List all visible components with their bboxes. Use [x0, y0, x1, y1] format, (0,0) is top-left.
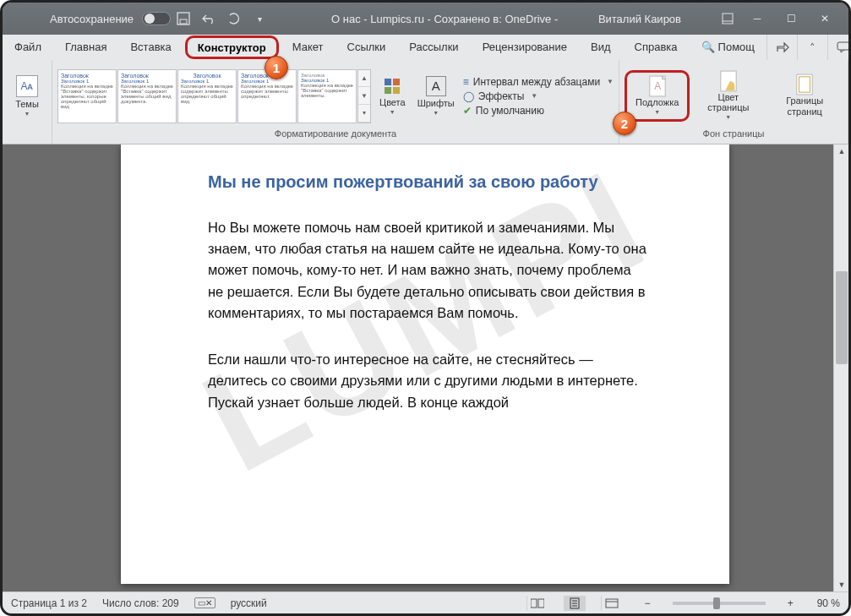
set-default-label: По умолчанию	[476, 105, 544, 117]
style-thumb[interactable]: ЗаголовокЗаголовок 1Коллекция на вкладке…	[117, 69, 177, 123]
style-thumb[interactable]: ЗаголовокЗаголовок 1Коллекция на вкладке…	[177, 69, 237, 123]
page-color-button[interactable]: Цвет страницы ▼	[695, 70, 761, 122]
themes-button[interactable]: Aᴀ Темы ▼	[8, 74, 46, 118]
autosave-toggle[interactable]	[142, 12, 171, 25]
collapse-ribbon-button[interactable]: ˄	[797, 35, 827, 60]
page-borders-button[interactable]: Границы страниц	[766, 74, 843, 117]
paragraph-spacing-button[interactable]: ≡Интервал между абзацами▼	[463, 76, 614, 88]
tab-design[interactable]: Конструктор	[185, 35, 279, 59]
style-thumb[interactable]: ЗаголовокЗаголовок 1Коллекция на вкладке…	[57, 69, 117, 123]
redo-icon[interactable]	[226, 11, 242, 26]
watermark-icon: A	[648, 77, 667, 95]
print-layout-button[interactable]	[564, 596, 586, 611]
tab-review[interactable]: Рецензирование	[471, 35, 579, 60]
scroll-down-icon[interactable]: ▼	[834, 578, 848, 591]
page-indicator[interactable]: Страница 1 из 2	[11, 597, 87, 609]
ribbon: Aᴀ Темы ▼ ЗаголовокЗаголовок 1Коллекция …	[3, 60, 848, 144]
tab-references[interactable]: Ссылки	[335, 35, 398, 60]
page-borders-label: Границы страниц	[770, 95, 839, 116]
svg-rect-2	[723, 14, 733, 24]
chevron-down-icon: ▼	[654, 109, 660, 115]
themes-label: Темы	[15, 99, 39, 109]
ribbon-tabs: Файл Главная Вставка Конструктор Макет С…	[3, 35, 848, 60]
tab-insert[interactable]: Вставка	[118, 35, 183, 60]
svg-rect-3	[837, 42, 849, 50]
callout-2: 2	[613, 112, 636, 135]
fonts-button[interactable]: A Шрифты ▼	[414, 74, 458, 117]
svg-rect-13	[531, 599, 537, 608]
qat-dropdown-icon[interactable]: ▾	[252, 11, 267, 26]
web-layout-button[interactable]	[601, 596, 623, 611]
tellme-label: Помощ	[718, 41, 755, 53]
effects-button[interactable]: ◯Эффекты▼	[463, 90, 614, 102]
effects-icon: ◯	[463, 90, 474, 102]
zoom-in-button[interactable]: +	[788, 597, 794, 609]
fonts-label: Шрифты	[417, 98, 455, 108]
user-name[interactable]: Виталий Каиров	[598, 13, 681, 25]
search-icon: 🔍	[701, 41, 715, 53]
chevron-down-icon: ▼	[531, 92, 537, 100]
undo-icon[interactable]	[201, 11, 216, 26]
maximize-button[interactable]: ☐	[774, 3, 808, 35]
tab-mailings[interactable]: Рассылки	[397, 35, 470, 60]
group-page-bg-label: Фон страницы	[625, 128, 843, 142]
set-default-button[interactable]: ✔По умолчанию	[463, 105, 614, 117]
style-gallery[interactable]: ЗаголовокЗаголовок 1Коллекция на вкладке…	[57, 69, 371, 123]
titlebar: Автосохранение ▾ О нас - Lumpics.ru - Со…	[3, 3, 848, 35]
colors-label: Цвета	[379, 97, 406, 107]
page-borders-icon	[795, 75, 814, 94]
close-button[interactable]: ✕	[808, 3, 842, 35]
zoom-out-button[interactable]: −	[645, 597, 651, 609]
word-count[interactable]: Число слов: 209	[102, 597, 179, 609]
proofing-icon[interactable]: ▭✕	[194, 597, 215, 608]
gallery-scroll[interactable]: ▲▼▾	[357, 69, 371, 123]
watermark-highlight: A Подложка ▼	[625, 70, 690, 122]
fonts-icon: A	[426, 76, 446, 96]
doc-heading: Мы не просим пожертвований за свою работ…	[208, 172, 649, 192]
language-indicator[interactable]: русский	[231, 597, 267, 609]
watermark-button[interactable]: A Подложка ▼	[632, 75, 682, 117]
tab-file[interactable]: Файл	[3, 35, 53, 60]
document-title: О нас - Lumpics.ru - Сохранено в: OneDri…	[331, 13, 558, 25]
tab-help[interactable]: Справка	[623, 35, 690, 60]
style-thumb[interactable]: ЗаголовокЗаголовок 1Коллекция на вкладке…	[297, 69, 357, 123]
svg-rect-4	[385, 79, 391, 85]
scroll-up-icon[interactable]: ▲	[834, 144, 848, 158]
comments-button[interactable]	[827, 35, 851, 60]
svg-rect-14	[538, 599, 544, 608]
watermark-label: Подложка	[636, 97, 679, 107]
tab-layout[interactable]: Макет	[281, 35, 335, 60]
share-button[interactable]	[766, 35, 797, 60]
colors-button[interactable]: Цвета ▼	[376, 75, 409, 117]
paragraph-spacing-label: Интервал между абзацами	[473, 76, 600, 88]
page-content[interactable]: Мы не просим пожертвований за свою работ…	[208, 172, 649, 439]
effects-label: Эффекты	[478, 90, 525, 102]
chevron-down-icon: ▼	[725, 114, 731, 120]
chevron-down-icon: ▼	[433, 110, 439, 116]
group-formatting-label: Форматирование документа	[57, 128, 614, 142]
ribbon-options-icon[interactable]	[720, 11, 735, 26]
scroll-thumb[interactable]	[836, 271, 848, 364]
check-icon: ✔	[463, 105, 472, 117]
zoom-level[interactable]: 90 %	[817, 597, 840, 609]
themes-icon: Aᴀ	[16, 75, 38, 97]
save-icon[interactable]	[176, 11, 191, 26]
colors-icon	[383, 77, 401, 95]
read-mode-button[interactable]	[526, 596, 548, 611]
chevron-down-icon: ▼	[390, 109, 395, 115]
vertical-scrollbar[interactable]: ▲ ▼	[833, 144, 848, 591]
minimize-button[interactable]: ─	[740, 3, 774, 35]
tab-home[interactable]: Главная	[53, 35, 118, 60]
svg-text:A: A	[654, 80, 661, 92]
style-thumb[interactable]: ЗаголовокЗаголовок 1Коллекция на вкладке…	[237, 69, 297, 123]
tab-tellme[interactable]: 🔍 Помощ	[690, 35, 766, 60]
statusbar: Страница 1 из 2 Число слов: 209 ▭✕ русск…	[3, 591, 848, 613]
page[interactable]: LUMPI Мы не просим пожертвований за свою…	[121, 144, 729, 584]
document-area: LUMPI Мы не просим пожертвований за свою…	[3, 144, 848, 591]
zoom-slider[interactable]	[673, 602, 766, 605]
svg-rect-0	[177, 13, 189, 25]
autosave-label: Автосохранение	[50, 13, 134, 25]
tab-view[interactable]: Вид	[579, 35, 623, 60]
svg-rect-5	[393, 79, 400, 85]
chevron-down-icon: ▼	[25, 111, 30, 117]
